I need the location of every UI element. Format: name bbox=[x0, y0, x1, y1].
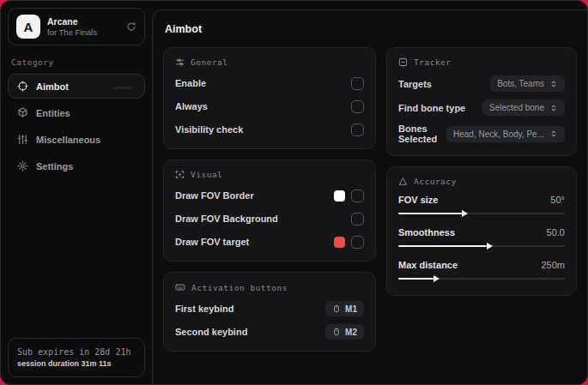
sliders-icon bbox=[17, 134, 28, 145]
sidebar-item-label: Settings bbox=[36, 161, 73, 171]
mouse-icon bbox=[332, 304, 341, 314]
active-item-shimmer bbox=[113, 87, 132, 89]
fov-border-label: Draw FOV Border bbox=[175, 190, 254, 201]
second-keybind-button[interactable]: M2 bbox=[325, 324, 364, 340]
targets-value: Bots, Teams bbox=[497, 79, 544, 88]
keyboard-icon bbox=[175, 282, 185, 292]
fov-target-row: Draw FOV target bbox=[175, 234, 364, 250]
general-card-title: General bbox=[191, 57, 228, 67]
smoothness-slider-group: Smoothness 50.0 bbox=[398, 227, 565, 251]
second-keybind-row: Second keybind M2 bbox=[175, 324, 364, 340]
first-keybind-value: M1 bbox=[345, 304, 357, 314]
crosshair-icon bbox=[17, 81, 28, 92]
always-checkbox[interactable] bbox=[351, 100, 364, 113]
enable-label: Enable bbox=[175, 78, 206, 88]
main-panel: Aimbot General Enable bbox=[152, 9, 587, 384]
max-distance-label: Max distance bbox=[398, 260, 458, 270]
sidebar-item-label: Miscellaneous bbox=[36, 135, 100, 145]
gear-icon bbox=[17, 160, 28, 171]
fov-target-color-swatch[interactable] bbox=[334, 237, 345, 248]
visibility-check-checkbox[interactable] bbox=[351, 123, 364, 136]
second-keybind-label: Second keybind bbox=[175, 327, 247, 337]
fov-target-checkbox[interactable] bbox=[351, 236, 364, 249]
fov-border-color-swatch[interactable] bbox=[334, 190, 345, 202]
first-keybind-label: First keybind bbox=[175, 304, 233, 314]
always-row: Always bbox=[175, 99, 364, 114]
find-bone-type-value: Selected bone bbox=[489, 103, 544, 112]
logo-text: Arcane for The Finals bbox=[47, 16, 119, 38]
targets-label: Targets bbox=[398, 79, 432, 89]
fov-size-slider-group: FOV size 50° bbox=[398, 195, 565, 219]
bones-selected-dropdown[interactable]: Head, Neck, Body, Pe... bbox=[446, 126, 565, 142]
sidebar-item-settings[interactable]: Settings bbox=[8, 153, 145, 178]
fov-size-label: FOV size bbox=[398, 195, 438, 205]
activation-card: Activation buttons First keybind M1 bbox=[163, 272, 376, 352]
find-bone-type-dropdown[interactable]: Selected bone bbox=[482, 99, 565, 116]
second-keybind-value: M2 bbox=[345, 328, 357, 337]
sub-expires-text: Sub expires in 28d 21h bbox=[17, 346, 136, 358]
first-keybind-row: First keybind M1 bbox=[175, 301, 364, 316]
sidebar-item-miscellaneous[interactable]: Miscellaneous bbox=[8, 127, 145, 152]
smoothness-slider[interactable] bbox=[398, 241, 565, 251]
unfold-icon bbox=[549, 104, 558, 112]
slider-fill bbox=[398, 245, 487, 247]
sidebar-item-label: Entities bbox=[36, 108, 70, 118]
targets-dropdown[interactable]: Bots, Teams bbox=[490, 75, 565, 92]
fov-background-label: Draw FOV Background bbox=[175, 214, 278, 224]
fov-border-checkbox[interactable] bbox=[351, 189, 364, 202]
tracker-card: Tracker Targets Bots, Teams bbox=[386, 47, 577, 156]
bones-selected-label: Bones Selected bbox=[398, 123, 446, 144]
entities-icon bbox=[17, 107, 28, 118]
smoothness-value: 50.0 bbox=[547, 227, 565, 238]
app-window: A Arcane for The Finals Category Aimbot bbox=[0, 0, 588, 385]
general-card: General Enable Always Visibility check bbox=[163, 47, 376, 149]
fov-size-slider[interactable] bbox=[398, 208, 565, 219]
fov-background-checkbox[interactable] bbox=[351, 213, 364, 226]
tracker-icon bbox=[398, 57, 408, 67]
fov-border-row: Draw FOV Border bbox=[175, 188, 364, 203]
slider-fill bbox=[398, 213, 462, 214]
fov-background-row: Draw FOV Background bbox=[175, 211, 364, 226]
enable-checkbox[interactable] bbox=[351, 77, 364, 90]
app-subtitle: for The Finals bbox=[47, 27, 119, 38]
targets-row: Targets Bots, Teams bbox=[398, 75, 565, 92]
visibility-check-label: Visibility check bbox=[175, 124, 243, 135]
enable-row: Enable bbox=[175, 75, 364, 91]
sidebar-item-entities[interactable]: Entities bbox=[8, 100, 145, 125]
bones-selected-value: Head, Neck, Body, Pe... bbox=[453, 129, 544, 139]
app-name: Arcane bbox=[47, 16, 119, 27]
visual-card-title: Visual bbox=[191, 170, 222, 179]
general-sliders-icon bbox=[175, 57, 185, 67]
find-bone-type-row: Find bone type Selected bone bbox=[398, 99, 565, 116]
visibility-check-row: Visibility check bbox=[175, 122, 364, 137]
triangle-icon bbox=[398, 177, 408, 186]
smoothness-label: Smoothness bbox=[398, 227, 455, 238]
max-distance-slider[interactable] bbox=[398, 274, 565, 284]
first-keybind-button[interactable]: M1 bbox=[325, 301, 364, 316]
unfold-icon bbox=[549, 80, 558, 88]
mouse-icon bbox=[332, 327, 341, 337]
accuracy-card-title: Accuracy bbox=[414, 177, 457, 186]
logo-card: A Arcane for The Finals bbox=[8, 8, 145, 45]
activation-card-title: Activation buttons bbox=[191, 283, 288, 292]
bones-selected-row: Bones Selected Head, Neck, Body, Pe... bbox=[398, 123, 565, 144]
max-distance-slider-group: Max distance 250m bbox=[398, 260, 565, 284]
category-label: Category bbox=[11, 57, 142, 67]
always-label: Always bbox=[175, 101, 208, 111]
sidebar-item-aimbot[interactable]: Aimbot bbox=[8, 74, 145, 99]
sidebar-item-label: Aimbot bbox=[36, 81, 69, 92]
app-logo: A bbox=[16, 15, 40, 39]
page-title: Aimbot bbox=[165, 23, 577, 35]
slider-fill bbox=[398, 278, 433, 280]
fov-target-label: Draw FOV target bbox=[175, 237, 249, 247]
unfold-icon bbox=[549, 129, 558, 138]
accuracy-card: Accuracy FOV size 50° Smoothness bbox=[386, 166, 577, 296]
session-duration-text: session duration 31m 11s bbox=[17, 358, 136, 370]
visual-card: Visual Draw FOV Border Draw FOV Backgrou… bbox=[163, 159, 376, 262]
fov-size-value: 50° bbox=[550, 195, 565, 205]
sidebar: A Arcane for The Finals Category Aimbot bbox=[1, 1, 152, 384]
max-distance-value: 250m bbox=[541, 260, 565, 270]
tracker-card-title: Tracker bbox=[414, 57, 452, 67]
visual-scan-icon bbox=[175, 170, 185, 179]
refresh-icon[interactable] bbox=[126, 21, 136, 32]
